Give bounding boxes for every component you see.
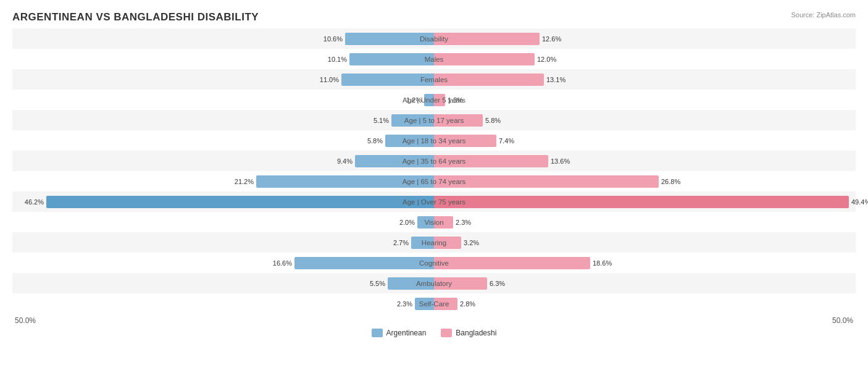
bar-right-value: 5.8% bbox=[485, 117, 501, 124]
bar-right-value: 13.6% bbox=[551, 158, 570, 165]
axis-row: 50.0% 50.0% bbox=[12, 316, 856, 325]
chart-row: 9.4% 13.6% Age | 35 to 64 years bbox=[12, 151, 856, 171]
bar-left-value: 1.2% bbox=[406, 96, 422, 104]
bar-right-value: 7.4% bbox=[499, 137, 514, 145]
bar-right-value: 13.1% bbox=[546, 76, 565, 83]
bar-left-value: 2.0% bbox=[399, 219, 415, 226]
legend-argentinean-color bbox=[372, 329, 383, 337]
bar-right-value: 18.6% bbox=[593, 259, 612, 267]
bar-left-value: 10.6% bbox=[323, 35, 343, 43]
axis-left-label: 50.0% bbox=[12, 316, 434, 325]
chart-row: 16.6% 18.6% Cognitive bbox=[12, 253, 856, 273]
axis-right-label: 50.0% bbox=[434, 316, 856, 325]
bar-left-value: 5.5% bbox=[370, 280, 385, 287]
source-label: Source: ZipAtlas.com bbox=[791, 11, 856, 19]
bar-right-value: 6.3% bbox=[490, 280, 505, 287]
legend: Argentinean Bangladeshi bbox=[12, 329, 856, 337]
legend-argentinean-label: Argentinean bbox=[386, 329, 427, 337]
bar-left-value: 21.2% bbox=[235, 178, 254, 185]
chart-row: 5.5% 6.3% Ambulatory bbox=[12, 273, 856, 293]
chart-row: 5.1% 5.8% Age | 5 to 17 years bbox=[12, 110, 856, 130]
bar-left-value: 10.1% bbox=[328, 56, 347, 63]
chart-row: 10.6% 12.6% Disability bbox=[12, 28, 856, 49]
chart-row: 2.3% 2.8% Self-Care bbox=[12, 293, 856, 314]
legend-argentinean: Argentinean bbox=[372, 329, 427, 337]
bar-left-value: 2.7% bbox=[393, 239, 409, 246]
bar-left-value: 46.2% bbox=[25, 198, 44, 206]
chart-row: 21.2% 26.8% Age | 65 to 74 years bbox=[12, 171, 856, 191]
chart-title: ARGENTINEAN VS BANGLADESHI DISABILITY bbox=[12, 11, 856, 23]
chart-container: ARGENTINEAN VS BANGLADESHI DISABILITY So… bbox=[0, 0, 868, 378]
legend-bangladeshi-color bbox=[441, 329, 452, 337]
chart-row: 46.2% 49.4% Age | Over 75 years bbox=[12, 191, 856, 212]
legend-bangladeshi-label: Bangladeshi bbox=[456, 329, 496, 337]
bar-right-value: 26.8% bbox=[661, 178, 680, 185]
chart-row: 10.1% 12.0% Males bbox=[12, 49, 856, 69]
bar-right-value: 2.8% bbox=[460, 300, 475, 308]
chart-row: 1.2% 1.3% Age | Under 5 years bbox=[12, 90, 856, 110]
bar-right-value: 3.2% bbox=[464, 239, 479, 246]
legend-bangladeshi: Bangladeshi bbox=[441, 329, 496, 337]
chart-row: 2.0% 2.3% Vision bbox=[12, 212, 856, 232]
chart-row: 2.7% 3.2% Hearing bbox=[12, 232, 856, 253]
chart-row: 5.8% 7.4% Age | 18 to 34 years bbox=[12, 130, 856, 151]
bar-left-value: 9.4% bbox=[337, 158, 353, 165]
bar-right-value: 12.6% bbox=[542, 35, 561, 43]
bar-right-value: 49.4% bbox=[851, 198, 868, 206]
bar-left-value: 5.8% bbox=[367, 137, 383, 145]
bar-left-value: 2.3% bbox=[397, 300, 412, 308]
chart-area: 10.6% 12.6% Disability 10.1% 12.0% Males bbox=[12, 28, 856, 314]
bar-right-value: 2.3% bbox=[456, 219, 471, 226]
chart-row: 11.0% 13.1% Females bbox=[12, 69, 856, 90]
bar-right-value: 12.0% bbox=[537, 56, 556, 63]
bar-left-value: 16.6% bbox=[273, 259, 292, 267]
bar-left-value: 11.0% bbox=[320, 76, 339, 83]
bar-right-value: 1.3% bbox=[448, 96, 463, 104]
bar-left-value: 5.1% bbox=[373, 117, 389, 124]
